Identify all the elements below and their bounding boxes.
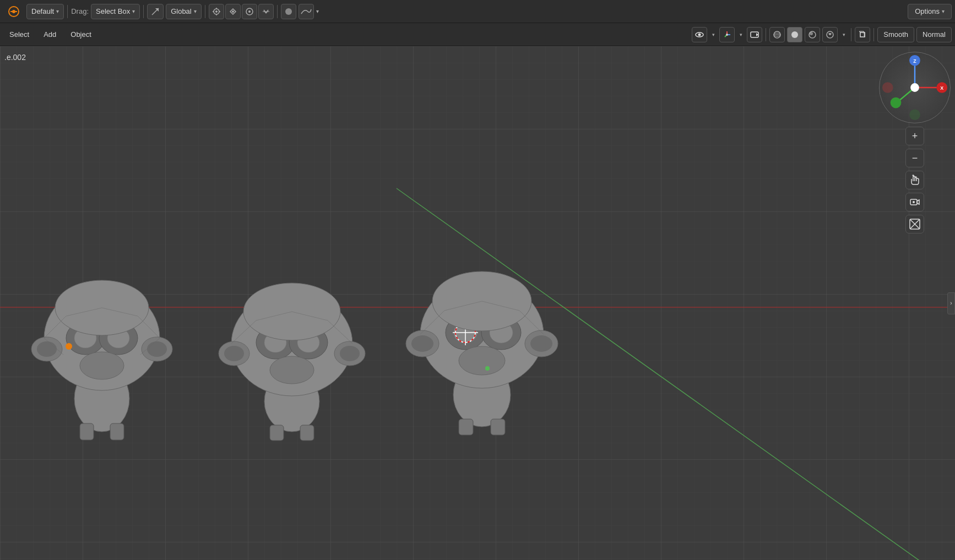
gizmo-svg: Z X <box>880 52 950 123</box>
snap-dropdown-btn[interactable] <box>258 4 274 19</box>
svg-point-50 <box>66 343 72 350</box>
svg-point-29 <box>791 31 798 38</box>
snap-icon-btn[interactable] <box>225 4 241 19</box>
svg-rect-99 <box>459 419 473 435</box>
transform-chevron: ▾ <box>194 8 197 14</box>
gizmo-dropdown[interactable]: ▾ <box>737 27 745 42</box>
workspace-label: Default <box>31 7 54 15</box>
gizmo-toggle-btn[interactable] <box>719 27 735 42</box>
viewport-canvas <box>0 46 955 560</box>
pivot-snap-group <box>209 4 274 19</box>
camera-snap-icon <box>750 30 759 40</box>
zoom-out-btn[interactable]: − <box>905 149 924 167</box>
grid-view-btn[interactable] <box>905 215 924 233</box>
blender-logo-icon <box>8 6 19 17</box>
header-bar: Select Add Object ▾ ▾ <box>0 23 955 46</box>
cycle-icon <box>284 7 293 16</box>
select-menu-btn[interactable]: Select <box>3 27 35 42</box>
workspace-dropdown[interactable]: Default ▾ <box>26 4 64 19</box>
vp-separator-1 <box>766 28 766 41</box>
solid-shading-icon <box>790 30 800 40</box>
svg-point-23 <box>726 34 728 36</box>
svg-point-111 <box>882 82 893 93</box>
options-chevron: ▾ <box>942 8 945 14</box>
viewport-overlays-dropdown[interactable]: ▾ <box>709 27 717 42</box>
transform-icon-btn[interactable] <box>147 4 164 19</box>
drag-label: Drag: <box>71 7 89 15</box>
blender-logo-btn[interactable] <box>3 4 24 19</box>
svg-point-31 <box>810 32 813 35</box>
material-shading-icon <box>807 30 817 40</box>
svg-marker-114 <box>917 200 919 204</box>
smooth-button[interactable]: Smooth <box>877 27 914 42</box>
svg-point-2 <box>12 10 15 13</box>
options-label: Options <box>915 7 940 15</box>
svg-point-115 <box>913 201 915 203</box>
eye-chevron: ▾ <box>712 32 715 37</box>
hand-icon <box>909 175 920 186</box>
curve-icon-btn[interactable] <box>299 4 314 19</box>
object-menu-btn[interactable]: Object <box>64 27 97 42</box>
transform-dropdown[interactable]: Global ▾ <box>166 4 202 19</box>
select-box-label: Select Box <box>96 7 130 15</box>
toolbar-separator-4 <box>277 5 278 18</box>
svg-point-109 <box>891 97 902 108</box>
proportional-icon <box>245 7 254 16</box>
svg-point-45 <box>147 341 167 357</box>
shading-rendered-btn[interactable] <box>822 27 838 42</box>
proportional-icon-btn[interactable] <box>242 4 257 19</box>
camera-view-btn[interactable] <box>905 193 924 211</box>
right-toolbar: Z X + <box>879 52 951 233</box>
options-button[interactable]: Options ▾ <box>908 4 952 19</box>
camera-snap-btn[interactable] <box>747 27 762 42</box>
zoom-in-btn[interactable]: + <box>905 127 924 145</box>
svg-point-110 <box>909 109 920 120</box>
add-label: Add <box>44 30 56 39</box>
pan-tool-btn[interactable] <box>905 171 924 189</box>
navigation-gizmo[interactable]: Z X <box>879 52 951 123</box>
svg-rect-33 <box>860 32 865 37</box>
object-label: Object <box>70 30 91 39</box>
svg-rect-59 <box>80 423 94 440</box>
select-label: Select <box>9 30 29 39</box>
shading-wireframe-btn[interactable] <box>769 27 785 42</box>
shading-material-btn[interactable] <box>805 27 820 42</box>
select-box-chevron: ▾ <box>132 8 135 14</box>
ortho-perspective-btn[interactable] <box>855 27 870 42</box>
shading-solid-btn[interactable] <box>787 27 802 42</box>
svg-rect-60 <box>110 423 124 440</box>
viewport[interactable]: .e.002 Z X <box>0 46 955 560</box>
normal-button[interactable]: Normal <box>916 27 952 42</box>
pivot-icon-btn[interactable] <box>209 4 224 19</box>
svg-text:X: X <box>940 85 943 91</box>
svg-point-6 <box>215 10 218 13</box>
add-menu-btn[interactable]: Add <box>37 27 62 42</box>
pivot-icon <box>212 7 221 16</box>
rendered-shading-icon <box>825 30 835 40</box>
zoom-out-icon: − <box>912 153 918 164</box>
cube-icon <box>858 30 867 40</box>
curve-chevron: ▾ <box>316 8 319 14</box>
select-box-dropdown[interactable]: Select Box ▾ <box>91 4 140 19</box>
vp-separator-3 <box>873 28 874 41</box>
workspace-chevron: ▾ <box>56 8 59 14</box>
snap-icon <box>229 7 237 16</box>
svg-point-82 <box>411 335 433 352</box>
svg-point-13 <box>248 10 251 13</box>
toolbar-separator-2 <box>143 5 144 18</box>
collapse-icon: › <box>950 300 952 306</box>
svg-point-17 <box>285 8 292 15</box>
curve-icon <box>300 7 312 16</box>
viewport-overlays-eye-btn[interactable] <box>692 27 707 42</box>
svg-point-43 <box>37 341 57 357</box>
cycle-icon-btn[interactable] <box>281 4 296 19</box>
shading-dropdown[interactable]: ▾ <box>840 27 848 42</box>
toolbar-separator-3 <box>205 5 205 18</box>
svg-point-66 <box>340 346 360 361</box>
svg-point-19 <box>698 33 701 36</box>
side-panel-collapse-btn[interactable]: › <box>947 292 955 314</box>
svg-point-84 <box>530 335 552 352</box>
wireframe-shading-icon <box>772 30 782 40</box>
snap-dropdown-icon <box>262 7 270 16</box>
toolbar-separator-1 <box>67 5 68 18</box>
